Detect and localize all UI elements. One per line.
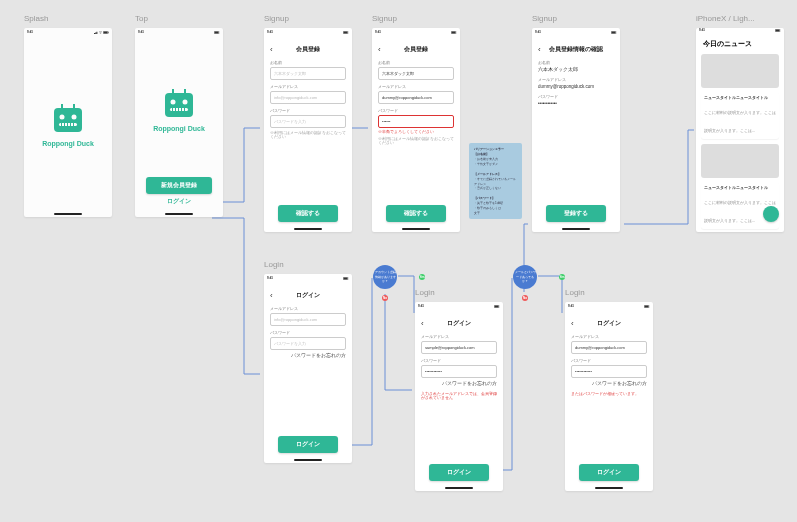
svg-rect-32 [611,31,615,33]
svg-rect-5 [73,104,75,109]
password-error: ※半角でよろしくしてください [378,130,454,134]
screen-login: 9:41 ‹ログイン メールアドレス パスワード パスワードをお忘れの方 ログイ… [264,274,352,463]
home-indicator [264,226,352,232]
wifi-icon [99,31,102,34]
decision-no-1: No [382,295,388,301]
fab-button[interactable] [763,206,779,222]
svg-point-20 [183,100,188,105]
decision-yes-2: Yes [559,274,565,280]
artboard-label-signup1: Signup [264,14,289,23]
svg-rect-16 [165,93,193,117]
svg-rect-12 [70,123,71,126]
svg-rect-38 [494,305,498,307]
svg-rect-3 [54,108,82,132]
news-card-1[interactable]: ニュースタイトルニュースタイトル ここに材料の説明文が入ります。ここは説明文が入… [701,92,779,139]
register-button[interactable]: 登録する [546,205,606,222]
signup-button[interactable]: 新規会員登録 [146,177,212,194]
login-button[interactable]: ログイン [429,464,489,481]
back-icon[interactable]: ‹ [270,45,273,54]
svg-rect-26 [184,108,185,111]
battery-icon [611,31,617,34]
input-password[interactable] [421,365,497,378]
page-title: ログイン [270,291,346,300]
svg-point-6 [60,115,65,120]
svg-rect-13 [73,123,74,126]
back-icon[interactable]: ‹ [421,319,424,328]
news-image-1[interactable] [701,54,779,88]
signup-content: ‹ 会員登録 お名前 メールアドレス パスワード ※利用にはメール情報の認証をお… [264,36,352,226]
input-password[interactable] [270,115,346,128]
decision-no-2: No [522,295,528,301]
input-email[interactable] [421,341,497,354]
page-title: 会員登録 [378,45,454,54]
label-password: パスワード [538,94,614,99]
back-icon[interactable]: ‹ [270,291,273,300]
back-icon[interactable]: ‹ [571,319,574,328]
signup-hint: ※利用にはメール情報の認証をおこなってください [378,137,454,145]
brand-logo [159,85,199,121]
news-image-2[interactable] [701,144,779,178]
svg-rect-40 [644,305,648,307]
home-indicator [135,211,223,217]
login-button[interactable]: ログイン [167,198,191,205]
label-password: パスワード [270,108,346,113]
status-bar: 9:41 [264,28,352,36]
input-name[interactable] [270,67,346,80]
brand-name: Roppongi Duck [153,125,205,132]
svg-rect-34 [775,29,779,31]
svg-rect-10 [64,123,65,126]
screen-login-email-error: 9:41 ‹ログイン メールアドレス パスワード パスワードをお忘れの方 入力さ… [415,302,503,491]
brand-name: Roppongi Duck [42,140,94,147]
screen-signup-confirm: 9:41 ‹会員登録情報の確認 お名前 六本木ダック太郎 メールアドレス dum… [532,28,620,232]
login-button[interactable]: ログイン [278,436,338,453]
decision-node-credentials-match: メールとパスワードあってるか？ [513,265,537,289]
value-name: 六本木ダック太郎 [538,67,614,72]
input-email[interactable] [270,313,346,326]
label-email: メールアドレス [538,77,614,82]
input-password[interactable] [571,365,647,378]
input-password[interactable] [270,337,346,350]
page-title: ログイン [421,319,497,328]
battery-icon [214,31,220,34]
home-indicator [532,226,620,232]
artboard-label-login2: Login [415,288,435,297]
forgot-password-link[interactable]: パスワードをお忘れの方 [421,381,497,386]
artboard-label-splash: Splash [24,14,48,23]
home-indicator [24,211,112,217]
signal-icon [94,31,98,34]
svg-point-7 [72,115,77,120]
label-password: パスワード [421,358,497,363]
input-email[interactable] [378,91,454,104]
battery-icon [343,277,349,280]
validation-tooltip: バリデーションエラー 【お名前】 ・お名前が未入力 ・半角文字がダメ 【メールア… [469,143,522,219]
forgot-password-link[interactable]: パスワードをお忘れの方 [571,381,647,386]
back-icon[interactable]: ‹ [538,45,541,54]
top-content: Roppongi Duck 新規会員登録 ログイン [135,36,223,211]
input-password[interactable] [378,115,454,128]
label-name: お名前 [270,60,346,65]
confirm-button[interactable]: 確認する [386,205,446,222]
artboard-label-login3: Login [565,288,585,297]
value-password: •••••••••••• [538,101,614,106]
input-email[interactable] [270,91,346,104]
input-email[interactable] [571,341,647,354]
page-title: 会員登録 [270,45,346,54]
artboard-label-login1: Login [264,260,284,269]
status-bar: 9:41 [372,28,460,36]
back-icon[interactable]: ‹ [378,45,381,54]
label-name: お名前 [538,60,614,65]
screen-splash: 9:41 Roppongi Duck [24,28,112,217]
login-button[interactable]: ログイン [579,464,639,481]
svg-rect-25 [181,108,182,111]
label-email: メールアドレス [571,334,647,339]
tooltip-title: バリデーションエラー [474,147,504,151]
artboard-label-top: Top [135,14,148,23]
confirm-button[interactable]: 確認する [278,205,338,222]
screen-signup-error: 9:41 ‹会員登録 お名前 メールアドレス パスワード ※半角でよろしくしてく… [372,28,460,232]
battery-icon [494,305,500,308]
input-name[interactable] [378,67,454,80]
svg-rect-15 [214,31,218,33]
svg-rect-9 [61,123,62,126]
battery-icon [343,31,349,34]
battery-icon [451,31,457,34]
